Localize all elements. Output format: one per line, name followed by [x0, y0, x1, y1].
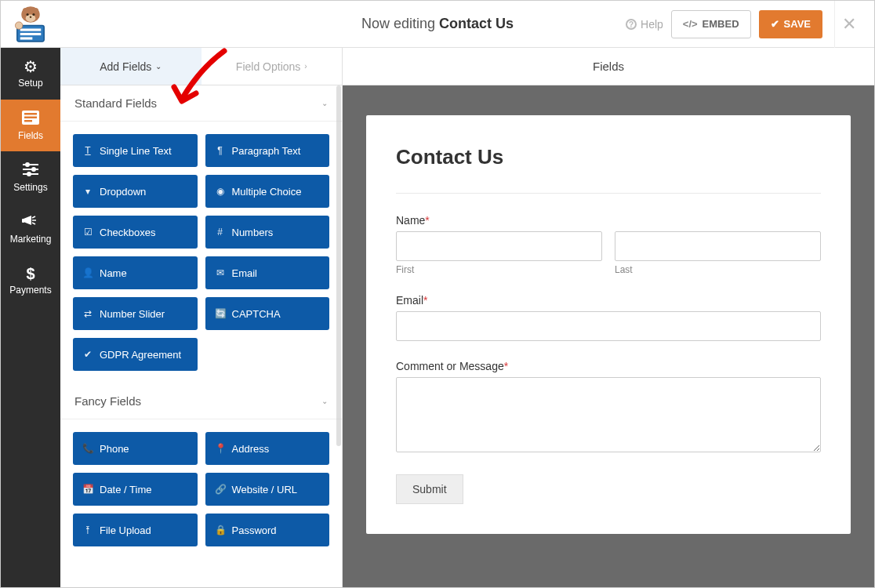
list-icon — [22, 111, 39, 127]
field-gdpr[interactable]: ✔GDPR Agreement — [73, 338, 198, 371]
slider-icon: ⇄ — [82, 308, 93, 319]
embed-button[interactable]: </> EMBED — [671, 10, 751, 38]
upload-icon: ⭱ — [82, 524, 93, 535]
field-row-email[interactable]: Email* — [396, 294, 821, 341]
preview-pane: Fields Contact Us Name* First Last — [343, 48, 874, 588]
svg-rect-10 — [20, 32, 42, 34]
close-button[interactable]: ✕ — [834, 1, 862, 48]
svg-rect-23 — [22, 219, 24, 223]
tab-add-fields[interactable]: Add Fields ⌄ — [60, 48, 202, 85]
preview-header-label: Fields — [593, 60, 624, 73]
svg-rect-16 — [24, 120, 32, 122]
field-multiple-choice[interactable]: ◉Multiple Choice — [205, 175, 330, 208]
preview-header: Fields — [343, 48, 874, 85]
link-icon: 🔗 — [215, 484, 226, 495]
panel-scrollbar[interactable] — [336, 85, 341, 446]
field-file-upload[interactable]: ⭱File Upload — [73, 514, 198, 546]
svg-point-20 — [26, 163, 29, 166]
section-fancy-fields[interactable]: Fancy Fields ⌄ — [60, 383, 342, 419]
chevron-down-icon: ⌄ — [321, 397, 328, 405]
field-address[interactable]: 📍Address — [205, 432, 330, 465]
calendar-icon: 📅 — [82, 484, 93, 495]
field-numbers[interactable]: #Numbers — [205, 216, 330, 249]
radio-icon: ◉ — [215, 186, 226, 197]
check-icon: ✔ — [82, 349, 93, 360]
field-name[interactable]: 👤Name — [73, 256, 198, 289]
svg-point-21 — [32, 168, 35, 171]
caret-square-icon: ▾ — [82, 186, 93, 197]
svg-point-22 — [27, 172, 31, 176]
svg-point-2 — [32, 7, 38, 13]
map-pin-icon: 📍 — [215, 443, 226, 454]
form-divider — [396, 193, 821, 194]
phone-icon: 📞 — [82, 443, 93, 454]
sidebar-item-fields[interactable]: Fields — [1, 100, 60, 151]
fields-panel: Add Fields ⌄ Field Options › Standard Fi… — [60, 48, 343, 588]
close-icon: ✕ — [842, 14, 856, 34]
paragraph-icon: ¶ — [215, 145, 226, 156]
top-bar: Now editing Contact Us ? Help </> EMBED … — [1, 1, 874, 48]
svg-point-6 — [30, 16, 32, 18]
section-fancy-title: Fancy Fields — [74, 394, 141, 408]
field-password[interactable]: 🔒Password — [205, 514, 330, 546]
last-sublabel: Last — [615, 264, 821, 275]
app-logo — [1, 1, 60, 48]
gear-icon: ⚙ — [24, 59, 38, 74]
fancy-fields-grid: 📞Phone 📍Address 📅Date / Time 🔗Website / … — [60, 419, 342, 559]
message-textarea[interactable] — [396, 377, 821, 452]
svg-point-5 — [32, 13, 34, 15]
preview-canvas[interactable]: Contact Us Name* First Last — [343, 85, 874, 588]
sidebar-label-marketing: Marketing — [10, 234, 52, 245]
field-dropdown[interactable]: ▾Dropdown — [73, 175, 198, 208]
field-website[interactable]: 🔗Website / URL — [205, 473, 330, 506]
field-row-name[interactable]: Name* First Last — [396, 214, 821, 275]
megaphone-icon — [22, 214, 39, 230]
svg-point-4 — [27, 13, 29, 15]
user-icon: 👤 — [82, 267, 93, 278]
first-sublabel: First — [396, 264, 602, 275]
field-date-time[interactable]: 📅Date / Time — [73, 473, 198, 506]
field-paragraph-text[interactable]: ¶Paragraph Text — [205, 134, 330, 167]
save-button[interactable]: ✔ SAVE — [759, 10, 822, 38]
email-label: Email* — [396, 294, 821, 307]
form-title: Contact Us — [396, 145, 821, 169]
sidebar-label-setup: Setup — [18, 78, 42, 89]
left-sidebar: ⚙ Setup Fields Settings Marketing $ Paym… — [1, 48, 60, 588]
svg-rect-9 — [20, 28, 42, 31]
message-label: Comment or Message* — [396, 360, 821, 372]
sidebar-item-settings[interactable]: Settings — [1, 151, 60, 203]
first-name-input[interactable] — [396, 231, 602, 261]
section-standard-fields[interactable]: Standard Fields ⌄ — [60, 85, 342, 122]
sidebar-label-payments: Payments — [9, 285, 51, 296]
main-area: ⚙ Setup Fields Settings Marketing $ Paym… — [1, 48, 874, 588]
dollar-icon: $ — [26, 266, 34, 281]
panel-body[interactable]: Standard Fields ⌄ TSingle Line Text ¶Par… — [60, 85, 342, 588]
required-mark: * — [425, 214, 429, 227]
save-label: SAVE — [784, 18, 811, 30]
last-name-input[interactable] — [615, 231, 821, 261]
tab-field-options[interactable]: Field Options › — [202, 48, 343, 85]
lock-icon: 🔒 — [215, 524, 226, 535]
field-single-line-text[interactable]: TSingle Line Text — [73, 134, 198, 167]
check-icon: ✔ — [771, 18, 779, 30]
field-row-message[interactable]: Comment or Message* — [396, 360, 821, 456]
required-mark: * — [504, 360, 508, 372]
sidebar-item-marketing[interactable]: Marketing — [1, 203, 60, 255]
svg-rect-11 — [20, 37, 33, 39]
checkbox-icon: ☑ — [82, 227, 93, 238]
email-input[interactable] — [396, 311, 821, 341]
form-preview-card[interactable]: Contact Us Name* First Last — [366, 115, 851, 534]
field-checkboxes[interactable]: ☑Checkboxes — [73, 216, 198, 249]
sidebar-item-setup[interactable]: ⚙ Setup — [1, 48, 60, 100]
field-captcha[interactable]: 🔄CAPTCHA — [205, 297, 330, 330]
sidebar-item-payments[interactable]: $ Payments — [1, 255, 60, 307]
sliders-icon — [23, 162, 38, 179]
chevron-down-icon: ⌄ — [155, 62, 162, 71]
help-link[interactable]: ? Help — [626, 18, 663, 31]
field-number-slider[interactable]: ⇄Number Slider — [73, 297, 198, 330]
editing-prefix: Now editing — [361, 16, 439, 31]
tab-add-label: Add Fields — [100, 60, 151, 73]
submit-button[interactable]: Submit — [396, 474, 463, 504]
field-email[interactable]: ✉Email — [205, 256, 330, 289]
field-phone[interactable]: 📞Phone — [73, 432, 198, 465]
